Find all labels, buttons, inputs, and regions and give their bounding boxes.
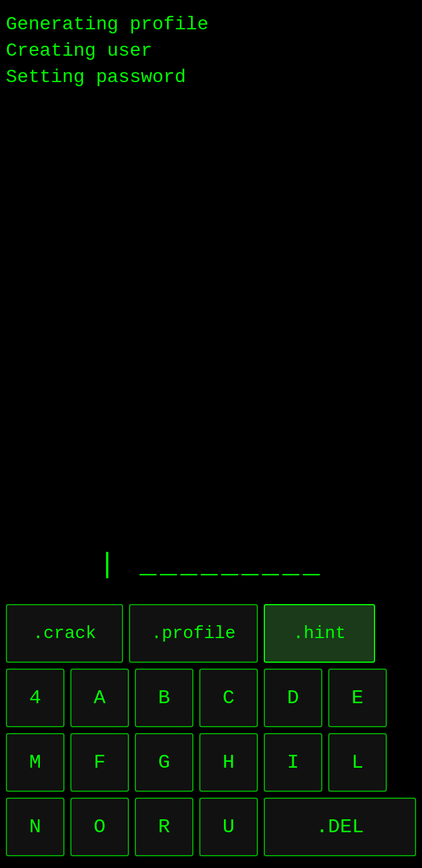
terminal-line-3: Setting password [6, 65, 416, 91]
key-d[interactable]: D [264, 669, 322, 727]
keyboard-area: .crack .profile .hint 4 A B C D E M F G … [0, 598, 422, 868]
key-f[interactable]: F [70, 733, 129, 792]
input-placeholder: _________ [139, 549, 323, 581]
terminal-output: Generating profile Creating user Setting… [0, 0, 422, 537]
keyboard-row-3: N O R U .DEL [6, 798, 416, 856]
key-i[interactable]: I [264, 733, 322, 792]
input-display: | _________ [99, 549, 324, 581]
key-r[interactable]: R [135, 798, 193, 856]
key-o[interactable]: O [70, 798, 129, 856]
key-l[interactable]: L [328, 733, 387, 792]
key-4[interactable]: 4 [6, 669, 64, 727]
key-m[interactable]: M [6, 733, 64, 792]
terminal-line-1: Generating profile [6, 12, 416, 38]
hint-button[interactable]: .hint [264, 604, 375, 663]
terminal-line-2: Creating user [6, 38, 416, 65]
keyboard-row-2: M F G H I L [6, 733, 416, 792]
crack-button[interactable]: .crack [6, 604, 123, 663]
key-e[interactable]: E [328, 669, 387, 727]
command-row: .crack .profile .hint [6, 604, 416, 663]
key-c[interactable]: C [199, 669, 258, 727]
key-h[interactable]: H [199, 733, 258, 792]
input-cursor: | [99, 549, 120, 581]
del-button[interactable]: .DEL [264, 798, 416, 856]
key-u[interactable]: U [199, 798, 258, 856]
key-b[interactable]: B [135, 669, 193, 727]
keyboard-row-1: 4 A B C D E [6, 669, 416, 727]
profile-button[interactable]: .profile [129, 604, 258, 663]
key-n[interactable]: N [6, 798, 64, 856]
key-a[interactable]: A [70, 669, 129, 727]
key-g[interactable]: G [135, 733, 193, 792]
input-area: | _________ [0, 537, 422, 598]
